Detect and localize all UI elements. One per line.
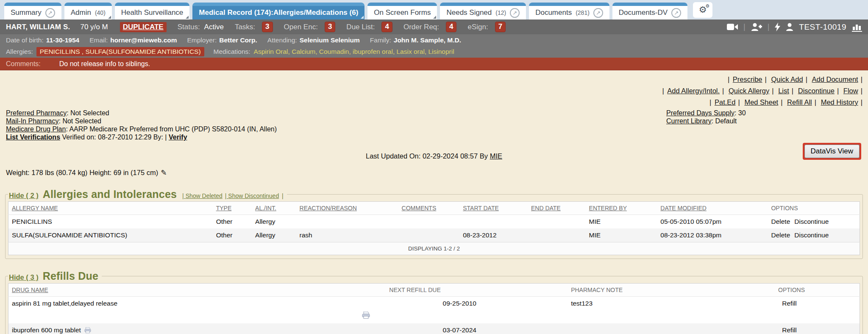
col-date-modified[interactable]: DATE MODIFIED: [657, 202, 768, 215]
chart-icon[interactable]: [852, 22, 862, 32]
col-type[interactable]: TYPE: [213, 202, 252, 215]
tab-documents[interactable]: Documents (281) ↗: [529, 3, 609, 19]
refills-hide-link[interactable]: Hide ( 3 ): [9, 273, 39, 281]
list-link[interactable]: List: [778, 87, 793, 95]
popout-icon[interactable]: ↗: [45, 8, 55, 18]
drug-cell: ibuprofen 600 mg tablet: [8, 323, 375, 334]
col-start-date[interactable]: START DATE: [459, 202, 528, 215]
col-comments[interactable]: COMMENTS: [398, 202, 460, 215]
delete-link[interactable]: Delete: [771, 231, 790, 239]
allergy-type: Other: [213, 228, 252, 242]
popout-icon[interactable]: ↗: [671, 8, 681, 18]
discontinue-link[interactable]: Discontinue: [798, 87, 839, 95]
family-value: John M. Sample, M.D.: [394, 36, 461, 44]
lightning-icon[interactable]: [775, 22, 780, 31]
allergy-options: DeleteDiscontinue: [768, 215, 860, 229]
col-end-date[interactable]: END DATE: [528, 202, 586, 215]
medication-link[interactable]: Calcium: [292, 48, 319, 55]
delete-link[interactable]: Delete: [771, 218, 790, 225]
tab-health-surveillance[interactable]: Health Surveillance: [115, 3, 189, 19]
preferred-days-supply-link[interactable]: Preferred Days Supply: [666, 109, 734, 117]
duplicate-flag[interactable]: DUPLICATE: [120, 22, 167, 32]
patient-icon[interactable]: [786, 23, 793, 31]
tasks-badge[interactable]: 3: [262, 22, 273, 32]
tab-bar: Summary ↗ Admin (40) Health Surveillance…: [0, 0, 868, 19]
quick-allergy-link[interactable]: Quick Allergy: [729, 87, 774, 95]
edit-pencil-icon[interactable]: ✎: [161, 168, 167, 177]
allergy-name: SULFA(SULFONAMIDE ANTIBIOTICS): [8, 228, 213, 242]
mie-link[interactable]: MIE: [490, 152, 502, 160]
current-library-link[interactable]: Current Library: [666, 117, 712, 125]
mailin-pharmacy-link[interactable]: Mail-In Pharmacy: [6, 117, 58, 125]
popout-icon[interactable]: ↗: [510, 8, 520, 18]
medicare-plan-line: Medicare Drug Plan: AARP Medicare Rx Pre…: [6, 125, 277, 133]
popout-icon[interactable]: ↗: [593, 8, 603, 18]
medication-link[interactable]: Lisinopril: [428, 48, 454, 55]
family-label: Family:: [370, 36, 391, 44]
add-allergy-link[interactable]: Add Allergy/Intol.: [667, 87, 724, 95]
mailin-pharmacy-value: : Not Selected: [58, 117, 101, 125]
discontinue-link[interactable]: Discontinue: [794, 218, 829, 225]
medications-label: Medications:: [214, 48, 250, 56]
pat-ed-link[interactable]: Pat.Ed: [715, 98, 740, 106]
tab-settings-button[interactable]: ⚙ ⚙: [693, 2, 712, 18]
open-enc-badge[interactable]: 3: [325, 22, 335, 32]
tab-medical-record[interactable]: Medical Record (174):Allergies/Medicatio…: [192, 3, 364, 19]
med-history-link[interactable]: Med History: [821, 98, 862, 106]
tab-admin[interactable]: Admin (40): [64, 3, 112, 19]
add-document-link[interactable]: Add Document: [812, 75, 862, 83]
allergy-end: [528, 215, 586, 229]
due-list-badge[interactable]: 4: [381, 22, 392, 32]
allergy-start: 08-23-2012: [459, 228, 528, 242]
tab-documents-dv[interactable]: Documents-DV ↗: [612, 3, 687, 19]
col-reaction[interactable]: REACTION/REASON: [296, 202, 398, 215]
medication-link[interactable]: Lasix oral: [397, 48, 428, 55]
tab-needs-signed[interactable]: Needs Signed (12) ↗: [440, 3, 526, 19]
action-links: Prescribe Quick Add Add Document Add All…: [0, 74, 868, 108]
allergies-hide-link[interactable]: Hide ( 2 ): [9, 192, 39, 200]
print-icon[interactable]: [84, 327, 91, 334]
show-deleted-link[interactable]: Show Deleted: [182, 192, 223, 199]
datavis-view-button[interactable]: DataVis View: [804, 145, 860, 158]
email-label: Email:: [89, 36, 108, 44]
prescribe-link[interactable]: Prescribe: [733, 75, 767, 83]
refills-section: Hide ( 3 ) Refills Due DRUG NAME NEXT RE…: [5, 270, 863, 334]
refills-header-row: DRUG NAME NEXT REFILL DUE PHARMACY NOTE …: [8, 284, 860, 297]
order-req-badge[interactable]: 4: [446, 22, 456, 32]
refill-link[interactable]: Refill: [782, 326, 796, 334]
medication-link[interactable]: ibuprofen oral: [353, 48, 396, 55]
discontinue-link[interactable]: Discontinue: [794, 231, 829, 239]
tab-on-screen-forms[interactable]: On Screen Forms: [367, 3, 437, 19]
medicare-plan-link[interactable]: Medicare Drug Plan: [6, 125, 66, 133]
days-supply-line: Preferred Days Supply: 30: [666, 109, 862, 117]
col-entered-by[interactable]: ENTERED BY: [586, 202, 657, 215]
allergies-pagination-row: DISPLAYING 1-2 / 2: [8, 242, 860, 255]
status-row: Last Updated On: 02-29-2024 08:57 By MIE…: [0, 143, 868, 163]
col-allergy-name[interactable]: ALLERGY NAME: [8, 202, 213, 215]
col-drug-name[interactable]: DRUG NAME: [8, 284, 375, 297]
add-user-icon[interactable]: [751, 23, 762, 31]
library-block: Preferred Days Supply: 30 Current Librar…: [666, 109, 862, 141]
allergy-start: [459, 215, 528, 229]
refill-link[interactable]: Refill: [782, 300, 796, 307]
medication-link[interactable]: Aspirin Oral: [254, 48, 292, 55]
col-al-int[interactable]: AL./INT.: [252, 202, 296, 215]
preferred-pharmacy-link[interactable]: Preferred Pharmacy: [6, 109, 67, 117]
allergy-row-sulfa: SULFA(SULFONAMIDE ANTIBIOTICS) Other All…: [8, 228, 860, 242]
refill-all-link[interactable]: Refill All: [787, 98, 816, 106]
drug-cell: aspirin 81 mg tablet,delayed release: [8, 297, 375, 324]
video-call-icon[interactable]: [727, 23, 738, 31]
verify-link[interactable]: Verify: [169, 134, 187, 141]
esign-badge[interactable]: 7: [495, 22, 506, 32]
tab-summary[interactable]: Summary ↗: [4, 3, 61, 19]
allergy-alert[interactable]: PENICILLINS , SULFA(SULFONAMIDE ANTIBIOT…: [36, 47, 204, 56]
show-discontinued-link[interactable]: Show Discontinued: [225, 192, 279, 199]
print-icon[interactable]: [362, 312, 370, 320]
drug-name: ibuprofen 600 mg tablet: [12, 326, 81, 334]
medication-link[interactable]: Coumadin: [319, 48, 353, 55]
med-sheet-link[interactable]: Med Sheet: [744, 98, 782, 106]
pharmacy-block: Preferred Pharmacy: Not Selected Mail-In…: [6, 109, 277, 141]
list-verifications-link[interactable]: List Verifications: [6, 134, 60, 141]
flow-link[interactable]: Flow: [843, 87, 862, 95]
quick-add-link[interactable]: Quick Add: [771, 75, 807, 83]
